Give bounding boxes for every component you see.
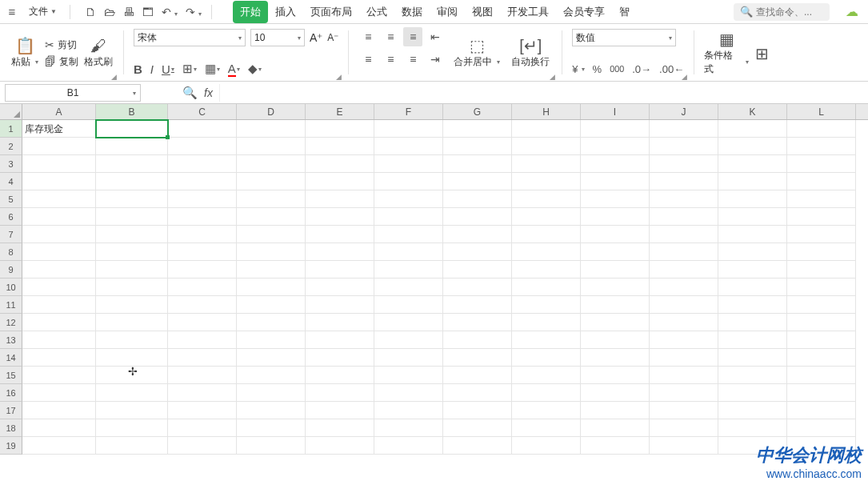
cell-D18[interactable] [237, 419, 306, 437]
cell-E13[interactable] [306, 331, 374, 349]
cell-G5[interactable] [443, 190, 512, 208]
comma-button[interactable]: 000 [610, 64, 624, 74]
cut-button[interactable]: ✂剪切 [45, 38, 78, 52]
col-header-I[interactable]: I [581, 104, 650, 119]
redo-icon[interactable]: ↷▾ [186, 6, 202, 18]
cell-B4[interactable] [96, 173, 168, 190]
increase-decimal-button[interactable]: .0→ [632, 63, 651, 75]
cell-E12[interactable] [306, 314, 374, 331]
cell-A3[interactable] [22, 155, 96, 173]
cell-H15[interactable] [512, 367, 581, 384]
cell-I15[interactable] [581, 367, 650, 384]
col-header-E[interactable]: E [306, 104, 374, 119]
cloud-icon[interactable]: ☁ [846, 4, 858, 19]
align-top-icon[interactable]: ≡ [358, 27, 378, 46]
cell-K14[interactable] [718, 349, 787, 367]
cell-A12[interactable] [22, 314, 96, 331]
align-bottom-icon[interactable]: ≡ [403, 27, 422, 46]
tab-2[interactable]: 页面布局 [303, 1, 359, 23]
row-header-8[interactable]: 8 [0, 243, 22, 261]
cell-K3[interactable] [718, 155, 787, 173]
cell-B2[interactable] [96, 138, 168, 155]
cell-A19[interactable] [22, 437, 96, 455]
cell-E1[interactable] [306, 120, 374, 138]
zoom-icon[interactable]: 🔍 [182, 86, 198, 100]
new-icon[interactable]: 🗋 [85, 6, 96, 18]
cell-B6[interactable] [96, 208, 168, 226]
cell-E7[interactable] [306, 226, 374, 243]
cell-H1[interactable] [512, 120, 581, 138]
cell-K9[interactable] [718, 261, 787, 279]
paste-button[interactable]: 📋 粘贴▾ [10, 38, 40, 69]
cell-I7[interactable] [581, 226, 650, 243]
cell-B7[interactable] [96, 226, 168, 243]
cell-I8[interactable] [581, 243, 650, 261]
decrease-decimal-button[interactable]: .00← [659, 63, 684, 75]
cell-L17[interactable] [787, 402, 856, 419]
cell-H7[interactable] [512, 226, 581, 243]
cell-K16[interactable] [718, 384, 787, 402]
underline-button[interactable]: U▾ [162, 62, 174, 76]
row-header-14[interactable]: 14 [0, 349, 22, 367]
cell-C18[interactable] [168, 419, 237, 437]
cell-H14[interactable] [512, 349, 581, 367]
cell-B13[interactable] [96, 331, 168, 349]
cell-L16[interactable] [787, 384, 856, 402]
cell-L13[interactable] [787, 331, 856, 349]
cell-L4[interactable] [787, 173, 856, 190]
row-header-11[interactable]: 11 [0, 296, 22, 314]
cell-G4[interactable] [443, 173, 512, 190]
cell-D9[interactable] [237, 261, 306, 279]
row-header-9[interactable]: 9 [0, 261, 22, 279]
cell-C4[interactable] [168, 173, 237, 190]
cell-I2[interactable] [581, 138, 650, 155]
cell-L1[interactable] [787, 120, 856, 138]
cell-C10[interactable] [168, 279, 237, 296]
row-header-12[interactable]: 12 [0, 314, 22, 331]
currency-button[interactable]: ¥▾ [572, 63, 584, 75]
cell-K12[interactable] [718, 314, 787, 331]
cell-I5[interactable] [581, 190, 650, 208]
tab-4[interactable]: 数据 [394, 1, 430, 23]
row-header-15[interactable]: 15 [0, 367, 22, 384]
cell-K1[interactable] [718, 120, 787, 138]
cell-J3[interactable] [650, 155, 718, 173]
cell-E2[interactable] [306, 138, 374, 155]
cell-J4[interactable] [650, 173, 718, 190]
cell-H5[interactable] [512, 190, 581, 208]
cell-D15[interactable] [237, 367, 306, 384]
cell-C14[interactable] [168, 349, 237, 367]
cell-F7[interactable] [374, 226, 443, 243]
cell-F17[interactable] [374, 402, 443, 419]
cell-A9[interactable] [22, 261, 96, 279]
cell-D2[interactable] [237, 138, 306, 155]
cell-E19[interactable] [306, 437, 374, 455]
cell-I18[interactable] [581, 419, 650, 437]
cell-I13[interactable] [581, 331, 650, 349]
col-header-F[interactable]: F [374, 104, 443, 119]
cell-D1[interactable] [237, 120, 306, 138]
group-launcher-icon[interactable]: ◢ [682, 73, 687, 81]
cell-C12[interactable] [168, 314, 237, 331]
cell-C13[interactable] [168, 331, 237, 349]
cell-G13[interactable] [443, 331, 512, 349]
font-size-select[interactable]: 10▾ [250, 29, 305, 46]
cell-G8[interactable] [443, 243, 512, 261]
cell-I12[interactable] [581, 314, 650, 331]
wrap-text-button[interactable]: [↵] 自动换行 [509, 27, 552, 79]
align-center-icon[interactable]: ≡ [381, 50, 400, 69]
col-header-C[interactable]: C [168, 104, 237, 119]
cell-K6[interactable] [718, 208, 787, 226]
row-header-2[interactable]: 2 [0, 138, 22, 155]
hamburger-icon[interactable]: ≡ [5, 5, 19, 18]
cell-L14[interactable] [787, 349, 856, 367]
cell-D19[interactable] [237, 437, 306, 455]
cell-B19[interactable] [96, 437, 168, 455]
border-button[interactable]: ⊞▾ [182, 62, 197, 76]
cell-J15[interactable] [650, 367, 718, 384]
col-header-H[interactable]: H [512, 104, 581, 119]
cell-F4[interactable] [374, 173, 443, 190]
cell-I9[interactable] [581, 261, 650, 279]
cell-J2[interactable] [650, 138, 718, 155]
cell-A16[interactable] [22, 384, 96, 402]
